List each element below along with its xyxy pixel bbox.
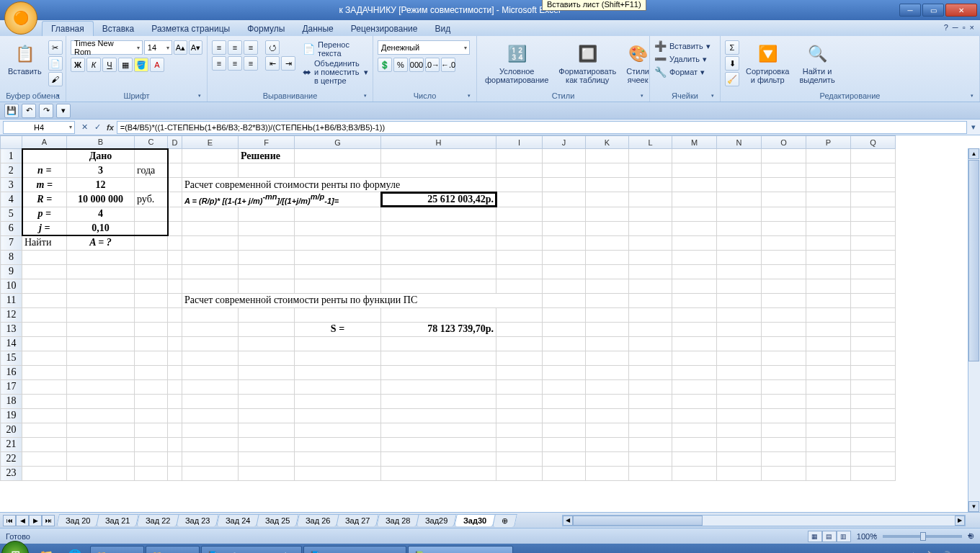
maximize-button[interactable]: ▭ <box>922 4 944 17</box>
sheet-tab-Зад 26[interactable]: Зад 26 <box>296 514 339 526</box>
clear-button[interactable]: 🧹 <box>725 72 739 86</box>
save-button[interactable]: 💾 <box>4 104 19 118</box>
merge-button[interactable]: ⬌Объединить и поместить в центре ▾ <box>303 59 368 85</box>
currency-button[interactable]: 💲 <box>378 58 392 72</box>
vscroll-thumb[interactable] <box>968 160 979 361</box>
col-A[interactable]: A <box>22 136 67 149</box>
sheet-tab-Зад 25[interactable]: Зад 25 <box>257 514 300 526</box>
task-item[interactable]: 📁Лекции <box>146 546 200 554</box>
task-item[interactable]: 📘Лабораторка по ф... <box>201 546 302 554</box>
tab-review[interactable]: Рецензирование <box>342 22 427 36</box>
pin-ie[interactable]: 🌐 <box>61 546 89 554</box>
tab-formulas[interactable]: Формулы <box>239 22 293 36</box>
tab-home[interactable]: Главная <box>42 21 94 36</box>
win-close-icon[interactable]: × <box>970 23 974 32</box>
fill-button[interactable]: ⬇ <box>725 56 739 71</box>
col-I[interactable]: I <box>496 136 543 149</box>
col-H[interactable]: H <box>381 136 496 149</box>
italic-button[interactable]: К <box>86 58 101 72</box>
spreadsheet-grid[interactable]: A B C D E F G H I J K L M N O P Q 1ДаноР… <box>0 135 980 512</box>
sheet-tab-Зад 24[interactable]: Зад 24 <box>216 514 259 526</box>
cell-A3[interactable]: m = <box>22 178 67 192</box>
sheet-tab-Зад 23[interactable]: Зад 23 <box>177 514 220 526</box>
cell-E11[interactable]: Расчет современной стоимости ренты по фу… <box>182 293 543 307</box>
col-C[interactable]: C <box>135 136 168 149</box>
cell-B5[interactable]: 4 <box>67 207 135 221</box>
col-B[interactable]: B <box>67 136 135 149</box>
col-D[interactable]: D <box>168 136 182 149</box>
dec-decimal-button[interactable]: ←.0 <box>441 58 455 72</box>
cell-B7[interactable]: A = ? <box>67 235 135 250</box>
sheet-next-button[interactable]: ▶ <box>29 515 42 526</box>
cell-E4[interactable]: A = (R/p)* [(1-(1+ j/m)-mn]/[(1+j/m)m/p-… <box>182 192 381 207</box>
sheet-first-button[interactable]: ⏮ <box>3 515 16 526</box>
col-K[interactable]: K <box>586 136 629 149</box>
grow-font-button[interactable]: A▴ <box>174 40 187 55</box>
font-name-select[interactable]: Times New Rom <box>71 40 143 55</box>
cancel-formula-icon[interactable]: ✕ <box>78 122 91 132</box>
fx-icon[interactable]: fx <box>104 123 117 132</box>
font-color-button[interactable]: A <box>150 58 164 72</box>
win-restore-icon[interactable]: ▫ <box>963 23 966 32</box>
underline-button[interactable]: Ч <box>102 58 117 72</box>
view-pagebreak-button[interactable]: ▥ <box>837 531 851 542</box>
help-icon[interactable]: ? <box>944 23 948 32</box>
sheet-tab-Зад 28[interactable]: Зад 28 <box>376 514 419 526</box>
sort-filter-button[interactable]: 🔽Сортировка и фильтр <box>742 40 793 86</box>
col-G[interactable]: G <box>295 136 381 149</box>
cut-button[interactable]: ✂ <box>48 40 63 55</box>
indent-inc-button[interactable]: ⇥ <box>281 56 295 71</box>
format-cells-button[interactable]: 🔧Формат ▾ <box>654 66 710 78</box>
new-sheet-button[interactable]: ⊕ <box>492 514 517 527</box>
col-N[interactable]: N <box>717 136 762 149</box>
expand-formula-icon[interactable]: ▾ <box>967 122 980 132</box>
cond-format-button[interactable]: 🔢Условное форматирование <box>481 40 552 86</box>
pin-explorer[interactable]: 📁 <box>32 546 61 554</box>
hscroll-thumb[interactable] <box>573 516 703 526</box>
view-layout-button[interactable]: ▤ <box>822 531 837 542</box>
cell-B3[interactable]: 12 <box>67 178 135 192</box>
name-box[interactable]: H4 <box>3 121 75 134</box>
col-O[interactable]: O <box>762 136 806 149</box>
cell-A6[interactable]: j = <box>22 221 67 235</box>
cell-C2[interactable]: года <box>135 163 168 178</box>
sheet-tab-Зад 22[interactable]: Зад 22 <box>136 514 179 526</box>
scroll-left-icon[interactable]: ◀ <box>563 516 573 526</box>
col-M[interactable]: M <box>672 136 717 149</box>
cell-H13[interactable]: 78 123 739,70р. <box>381 322 496 336</box>
view-normal-button[interactable]: ▦ <box>808 531 822 542</box>
insert-cells-button[interactable]: ➕Вставить ▾ <box>654 40 710 52</box>
autosum-button[interactable]: Σ <box>725 40 739 55</box>
bold-button[interactable]: Ж <box>71 58 85 72</box>
formula-input[interactable]: =(B4/B5)*((1-СТЕПЕНЬ(1+B6/B3;-B2*B3))/(С… <box>117 121 967 134</box>
cell-A7[interactable]: Найти <box>22 235 67 250</box>
enter-formula-icon[interactable]: ✓ <box>91 122 104 132</box>
redo-button[interactable]: ↷ <box>39 104 53 118</box>
tab-insert[interactable]: Вставка <box>94 22 143 36</box>
office-button[interactable]: 🟠 <box>4 1 37 35</box>
scroll-up-icon[interactable]: ▲ <box>968 148 979 159</box>
min-ribbon-icon[interactable]: ─ <box>953 23 958 32</box>
delete-cells-button[interactable]: ➖Удалить ▾ <box>654 53 710 65</box>
copy-button[interactable]: 📄 <box>48 56 63 71</box>
paste-button[interactable]: 📋 Вставить <box>4 40 45 78</box>
font-size-select[interactable]: 14 <box>144 40 172 55</box>
wrap-text-button[interactable]: 📄Перенос текста <box>303 40 368 58</box>
col-Q[interactable]: Q <box>851 136 896 149</box>
cell-G13[interactable]: S = <box>295 322 381 336</box>
col-P[interactable]: P <box>806 136 851 149</box>
sheet-tab-Зад 27[interactable]: Зад 27 <box>337 514 380 526</box>
cell-B2[interactable]: 3 <box>67 163 135 178</box>
shrink-font-button[interactable]: A▾ <box>189 40 202 55</box>
indent-dec-button[interactable]: ⇤ <box>265 56 280 71</box>
sheet-tab-Зад 20[interactable]: Зад 20 <box>56 514 99 526</box>
cell-A4[interactable]: R = <box>22 192 67 207</box>
scroll-right-icon[interactable]: ▶ <box>955 516 965 526</box>
number-format-select[interactable]: Денежный <box>378 40 470 55</box>
col-E[interactable]: E <box>182 136 239 149</box>
cell-B4[interactable]: 10 000 000 <box>67 192 135 207</box>
col-L[interactable]: L <box>629 136 672 149</box>
cell-A2[interactable]: n = <box>22 163 67 178</box>
inc-decimal-button[interactable]: .0→ <box>425 58 440 72</box>
align-center-button[interactable]: ≡ <box>228 56 242 71</box>
